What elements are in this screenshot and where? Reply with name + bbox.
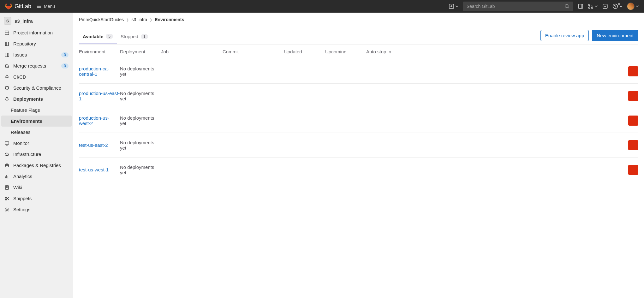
top-header: GitLab Menu xyxy=(0,0,644,13)
breadcrumb-group[interactable]: PmmQuickStartGuides xyxy=(79,17,124,22)
search-box[interactable] xyxy=(463,2,573,11)
deployment-text: No deployments yet xyxy=(120,91,161,101)
col-upcoming: Upcoming xyxy=(325,49,366,54)
sidebar-item-label: Wiki xyxy=(13,185,22,190)
project-header[interactable]: S s3_infra xyxy=(0,15,73,27)
sidebar-item-label: Snippets xyxy=(13,196,32,201)
sidebar-item-label: Deployments xyxy=(13,96,43,102)
sidebar-item-settings[interactable]: Settings xyxy=(0,204,73,215)
sidebar-item-label: Settings xyxy=(13,207,30,212)
col-environment: Environment xyxy=(79,49,120,54)
table-row: production-us-west-2 No deployments yet xyxy=(79,108,638,133)
breadcrumb-project[interactable]: s3_infra xyxy=(131,17,147,22)
enable-review-app-button[interactable]: Enable review app xyxy=(540,30,589,41)
merge-requests-shortcut[interactable] xyxy=(588,3,598,9)
sidebar-item-packages[interactable]: Packages & Registries xyxy=(0,160,73,171)
environment-link[interactable]: production-us-west-2 xyxy=(79,115,120,126)
sidebar-item-label: Infrastructure xyxy=(13,152,41,157)
table-row: test-us-west-1 No deployments yet xyxy=(79,158,638,182)
sidebar-item-label: Packages & Registries xyxy=(13,163,61,168)
tab-label: Stopped xyxy=(121,34,138,39)
menu-toggle[interactable]: Menu xyxy=(36,4,55,9)
count-badge: 1 xyxy=(141,34,148,39)
sidebar-item-analytics[interactable]: Analytics xyxy=(0,171,73,182)
sidebar-item-infrastructure[interactable]: Infrastructure xyxy=(0,149,73,160)
search-icon xyxy=(564,4,569,9)
user-menu[interactable] xyxy=(627,3,639,10)
tab-stopped[interactable]: Stopped 1 xyxy=(117,31,152,44)
svg-point-11 xyxy=(5,64,6,65)
svg-point-14 xyxy=(7,76,7,77)
sidebar-sub-feature-flags[interactable]: Feature Flags xyxy=(0,104,73,116)
sidebar-item-cicd[interactable]: CI/CD xyxy=(0,71,73,82)
new-dropdown[interactable] xyxy=(449,4,458,9)
sidebar-sub-releases[interactable]: Releases xyxy=(0,127,73,138)
svg-point-18 xyxy=(5,199,7,200)
col-job: Job xyxy=(161,49,223,54)
sidebar-sub-environments[interactable]: Environments xyxy=(1,116,72,127)
search-input[interactable] xyxy=(467,4,564,9)
new-environment-button[interactable]: New environment xyxy=(592,30,638,41)
chart-icon xyxy=(4,174,9,179)
chevron-down-icon xyxy=(455,5,458,8)
environment-link[interactable]: production-ca-central-1 xyxy=(79,66,120,77)
stop-environment-button[interactable] xyxy=(628,116,638,126)
sidebar-item-deployments[interactable]: Deployments xyxy=(0,93,73,104)
environment-link[interactable]: test-us-east-2 xyxy=(79,142,120,148)
tab-available[interactable]: Available 5 xyxy=(79,31,117,44)
sidebar-sub-label: Releases xyxy=(11,129,31,135)
svg-rect-8 xyxy=(5,31,9,35)
cloud-icon xyxy=(4,152,9,157)
scissors-icon xyxy=(4,196,9,201)
count-badge: 0 xyxy=(61,52,69,57)
deployments-icon xyxy=(4,97,9,102)
gear-icon xyxy=(4,207,9,212)
brand[interactable]: GitLab xyxy=(5,3,31,10)
sidebar-sub-label: Environments xyxy=(11,118,42,124)
breadcrumb-current: Environments xyxy=(155,17,184,22)
avatar xyxy=(627,3,635,10)
menu-label: Menu xyxy=(44,4,55,9)
stop-environment-button[interactable] xyxy=(628,66,638,76)
help-dropdown[interactable] xyxy=(612,3,623,9)
package-icon xyxy=(4,163,9,168)
count-badge: 0 xyxy=(61,63,69,69)
svg-rect-2 xyxy=(578,4,583,9)
monitor-icon xyxy=(4,141,9,146)
environment-link[interactable]: test-us-west-1 xyxy=(79,167,120,172)
breadcrumb: PmmQuickStartGuides ❯ s3_infra ❯ Environ… xyxy=(79,17,638,26)
todos-shortcut[interactable] xyxy=(602,3,608,9)
svg-point-5 xyxy=(591,7,593,9)
svg-rect-16 xyxy=(5,164,9,167)
deployment-text: No deployments yet xyxy=(120,115,161,126)
chevron-right-icon: ❯ xyxy=(150,18,152,21)
stop-environment-button[interactable] xyxy=(628,91,638,101)
issues-shortcut[interactable] xyxy=(578,3,583,9)
svg-point-19 xyxy=(5,197,7,198)
sidebar-item-label: Project information xyxy=(13,30,53,35)
todos-icon xyxy=(602,3,608,9)
book-icon xyxy=(4,185,9,190)
project-avatar: S xyxy=(4,17,11,25)
stop-environment-button[interactable] xyxy=(628,140,638,150)
svg-rect-15 xyxy=(5,142,9,144)
sidebar-item-repository[interactable]: Repository xyxy=(0,38,73,49)
sidebar-item-issues[interactable]: Issues 0 xyxy=(0,49,73,60)
sidebar-item-snippets[interactable]: Snippets xyxy=(0,193,73,204)
plus-box-icon xyxy=(449,4,454,9)
sidebar-item-monitor[interactable]: Monitor xyxy=(0,138,73,149)
svg-rect-10 xyxy=(5,53,9,57)
deployment-text: No deployments yet xyxy=(120,140,161,151)
sidebar-item-security[interactable]: Security & Compliance xyxy=(0,82,73,93)
hamburger-icon xyxy=(36,4,41,9)
sidebar-item-merge-requests[interactable]: Merge requests 0 xyxy=(0,60,73,71)
gitlab-logo-icon xyxy=(5,3,12,10)
environment-link[interactable]: production-us-east-1 xyxy=(79,91,120,101)
table-row: test-us-east-2 No deployments yet xyxy=(79,133,638,158)
deployment-text: No deployments yet xyxy=(120,66,161,77)
chevron-down-icon xyxy=(619,5,623,8)
merge-icon xyxy=(4,63,9,69)
stop-environment-button[interactable] xyxy=(628,165,638,175)
sidebar-item-wiki[interactable]: Wiki xyxy=(0,182,73,193)
sidebar-item-project-information[interactable]: Project information xyxy=(0,27,73,38)
